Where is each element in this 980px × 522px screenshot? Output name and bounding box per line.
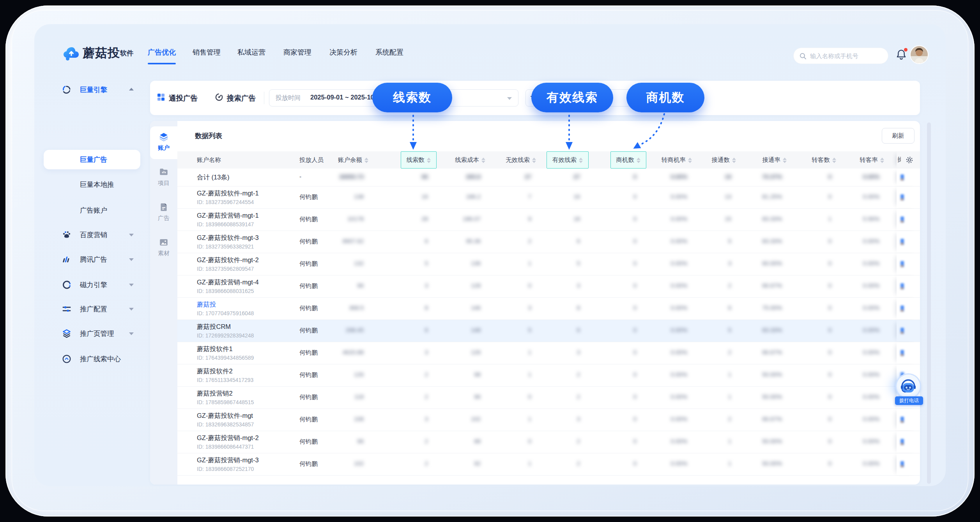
account-name[interactable]: GZ-蘑菇投营销-mgt-1 — [197, 211, 294, 220]
sidebar-subitem-label: 巨量广告 — [80, 155, 107, 164]
account-name[interactable]: GZ-蘑菇投软件-mgt-1 — [197, 189, 294, 198]
sort-icon[interactable] — [481, 158, 485, 163]
rail-tab-label: 项目 — [150, 179, 177, 187]
account-row[interactable]: GZ-蘑菇投软件-mgt-3 ID: 1832735963382921 何钧鹏 … — [177, 231, 920, 253]
rail-tab-project[interactable]: 项目 — [150, 162, 177, 194]
account-name[interactable]: 蘑菇投软件2 — [197, 367, 294, 376]
col-header-leads-highlighted[interactable]: 线索数 — [401, 151, 437, 169]
sort-icon[interactable] — [637, 158, 640, 163]
account-row[interactable]: GZ-蘑菇投营销-mgt-3 ID: 1839866087252170 何钧鹏 … — [177, 453, 920, 476]
col-header-invalid-leads[interactable]: 无效线索 — [506, 151, 536, 169]
notification-bell-icon[interactable] — [895, 49, 908, 62]
masked-value: 0 — [828, 349, 831, 355]
account-name[interactable]: 蘑菇投CRM — [197, 323, 294, 331]
account-name[interactable]: GZ-蘑菇投营销-mgt-3 — [197, 456, 294, 465]
sidebar-item-leads-center[interactable]: 推广线索中心 — [34, 350, 150, 368]
topnav-tab-merchant[interactable]: 商家管理 — [283, 48, 311, 57]
sort-icon[interactable] — [427, 158, 431, 163]
masked-value: 96 — [421, 173, 428, 180]
app-screen: 蘑菇投 软件 广告优化 销售管理 私域运营 商家管理 决策分析 系统配置 输入名… — [34, 24, 946, 486]
sort-icon[interactable] — [364, 158, 368, 163]
account-name[interactable]: 蘑菇投 — [197, 300, 294, 309]
masked-value: 0.00% — [670, 260, 687, 266]
sidebar-subitem-local-push[interactable]: 巨量本地推 — [44, 175, 140, 194]
account-name[interactable]: GZ-蘑菇投软件-mgt-3 — [197, 234, 294, 242]
call-widget-label[interactable]: 拨打电话 — [895, 396, 923, 405]
clipped-column-text: 操作 — [897, 156, 901, 164]
col-header-customer-rate[interactable]: 转客率 — [860, 151, 884, 169]
rail-tab-material[interactable]: 素材 — [150, 232, 177, 265]
rail-tab-account[interactable]: 账户 — [150, 126, 177, 159]
col-header-connected[interactable]: 接通数 — [712, 151, 736, 169]
masked-value: 126 — [354, 371, 364, 378]
rail-tab-ad[interactable]: 广告 — [150, 197, 177, 229]
masked-value: 3 — [577, 415, 580, 422]
col-header-balance[interactable]: 账户余额 — [338, 151, 368, 169]
sidebar-subitem-ad-accounts[interactable]: 广告账户 — [44, 201, 140, 220]
account-name[interactable]: GZ-蘑菇投营销-mgt-2 — [197, 434, 294, 442]
account-row[interactable]: GZ-蘑菇投软件-mgt-1 ID: 1832735967244554 何钧鹏 … — [177, 186, 920, 209]
account-row[interactable]: 蘑菇投营销2 ID: 1785859867448515 何钧鹏 118 2 96… — [177, 387, 920, 409]
topnav-tab-sales[interactable]: 销售管理 — [193, 48, 221, 57]
sidebar-item-magnetic-engine[interactable]: 磁力引擎 — [34, 276, 150, 293]
sort-icon[interactable] — [688, 158, 692, 163]
sort-icon[interactable] — [832, 158, 836, 163]
col-header-opportunities-highlighted[interactable]: 商机数 — [610, 151, 647, 169]
sort-icon[interactable] — [880, 158, 884, 163]
sidebar-item-landing-pages[interactable]: 推广页管理 — [34, 325, 150, 342]
column-settings-gear-icon[interactable] — [905, 156, 914, 166]
masked-value: 0 — [828, 193, 831, 200]
account-name-cell: 蘑菇投软件1 ID: 1764399434856589 — [197, 345, 294, 361]
mode-tab-feed-ads[interactable]: 通投广告 — [156, 92, 198, 103]
pinned-cell — [897, 209, 920, 231]
masked-value: 28 — [421, 215, 428, 222]
user-avatar[interactable] — [911, 46, 928, 63]
col-header-opportunity-rate[interactable]: 转商机率 — [662, 151, 692, 169]
account-row[interactable]: 蘑菇投 ID: 1707704975916048 何钧鹏 368.5 8 146… — [177, 298, 920, 320]
col-header-customer-count[interactable]: 转客数 — [812, 151, 837, 169]
masked-value: 16 — [573, 193, 580, 200]
account-row[interactable]: GZ-蘑菇投营销-mgt-2 ID: 1839866086447371 何钧鹏 … — [177, 431, 920, 453]
col-header-connect-rate[interactable]: 接通率 — [762, 151, 787, 169]
masked-value: 6 — [425, 238, 428, 244]
topnav-tab-private-domain[interactable]: 私域运营 — [237, 48, 265, 57]
sort-icon[interactable] — [532, 158, 536, 163]
topnav-tab-ad-optimize[interactable]: 广告优化 — [148, 48, 176, 57]
account-row[interactable]: GZ-蘑菇投软件-mgt ID: 1832696382534857 何钧鹏 10… — [177, 409, 920, 431]
pinned-cell — [897, 342, 920, 364]
masked-value: 95.36 — [466, 238, 481, 244]
mode-tab-search-ads[interactable]: 搜索广告 — [214, 92, 256, 103]
account-row[interactable]: 蘑菇投软件1 ID: 1764399434856589 何钧鹏 4620.88 … — [177, 342, 920, 364]
call-assistant-widget[interactable]: 拨打电话 — [895, 374, 925, 407]
col-header-valid-leads-highlighted[interactable]: 有效线索 — [547, 151, 589, 169]
sidebar-item-promo-config[interactable]: 推广配置 — [34, 300, 150, 318]
account-name[interactable]: GZ-蘑菇投软件-mgt-2 — [197, 256, 294, 265]
account-name[interactable]: GZ-蘑菇投营销-mgt-4 — [197, 278, 294, 287]
global-search[interactable]: 输入名称或手机号 — [793, 48, 888, 64]
account-name[interactable]: GZ-蘑菇投软件-mgt — [197, 412, 294, 420]
topnav-tab-analysis[interactable]: 决策分析 — [329, 48, 357, 57]
account-name[interactable]: 蘑菇投软件1 — [197, 345, 294, 353]
col-header-lead-cost[interactable]: 线索成本 — [455, 151, 485, 169]
account-name[interactable]: 蘑菇投营销2 — [197, 389, 294, 398]
account-row[interactable]: GZ-蘑菇投营销-mgt-1 ID: 1839866088539147 何钧鹏 … — [177, 209, 920, 231]
sidebar-subitem-juliang-ads[interactable]: 巨量广告 — [44, 150, 140, 169]
refresh-button[interactable]: 刷新 — [882, 128, 915, 144]
sort-icon[interactable] — [579, 158, 583, 163]
masked-value: 1 — [528, 260, 531, 266]
sidebar-item-ocean-engine[interactable]: 巨量引擎 — [34, 81, 150, 98]
vertical-scrollbar[interactable] — [927, 123, 931, 484]
account-row[interactable]: 蘑菇投软件2 ID: 1765113345417293 何钧鹏 126 2 98… — [177, 364, 920, 387]
sidebar-item-tencent[interactable]: 腾讯广告 — [34, 251, 150, 268]
account-name-cell: GZ-蘑菇投营销-mgt-2 ID: 1839866086447371 — [197, 434, 294, 450]
sort-icon[interactable] — [783, 158, 787, 163]
masked-value: 265.8 — [466, 173, 481, 180]
account-row[interactable]: 蘑菇投CRM ID: 1726992928394248 何钧鹏 268.45 6… — [177, 320, 920, 342]
account-id: ID: 1707704975916048 — [197, 310, 294, 316]
account-row[interactable]: GZ-蘑菇投软件-mgt-2 ID: 1832735962809547 何钧鹏 … — [177, 253, 920, 275]
topnav-tab-system[interactable]: 系统配置 — [375, 48, 403, 57]
account-row[interactable]: GZ-蘑菇投营销-mgt-4 ID: 1839866088031625 何钧鹏 … — [177, 275, 920, 298]
sort-icon[interactable] — [732, 158, 736, 163]
sidebar-item-baidu[interactable]: 百度营销 — [34, 226, 150, 243]
masked-value: 10178 — [347, 215, 364, 222]
